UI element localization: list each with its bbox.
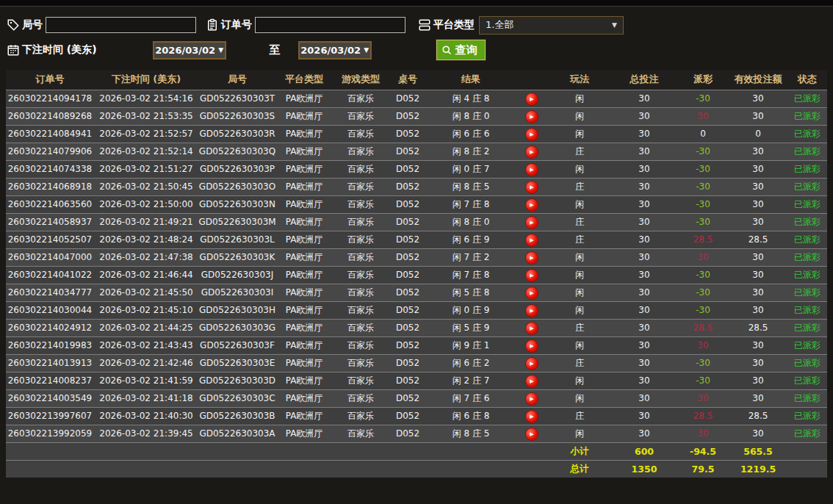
cell-table-no: D052 — [389, 160, 426, 178]
cell-table-no: D052 — [389, 125, 426, 143]
cell-valid-bet: 0 — [729, 125, 787, 143]
table-row: 2603022140470002026-03-02 21:47:38GD0522… — [6, 248, 827, 266]
table-row: 2603022140410222026-03-02 21:46:44GD0522… — [6, 266, 827, 284]
subtotal-row-empty-cell — [426, 442, 516, 460]
cell-payout: 30 — [677, 425, 729, 442]
cell-payout: 28.5 — [677, 231, 729, 248]
cell-total-bet: 30 — [611, 389, 677, 407]
cell-platform: PA欧洲厅 — [276, 195, 332, 213]
platform-type-select[interactable]: 1.全部 ▼ — [479, 16, 624, 35]
query-button[interactable]: 查询 — [436, 40, 486, 60]
cell-table-no: D052 — [389, 301, 426, 319]
cell-status: 已派彩 — [787, 354, 827, 372]
cell-total-bet: 30 — [611, 125, 677, 143]
replay-play-icon[interactable]: ▶ — [526, 375, 538, 387]
cell-platform: PA欧洲厅 — [276, 213, 332, 231]
replay-play-icon[interactable]: ▶ — [526, 340, 538, 352]
table-row: 2603022140525072026-03-02 21:48:24GD0522… — [6, 231, 827, 248]
cell-order-no: 260302214008237 — [6, 372, 94, 389]
cell-table-no: D052 — [389, 284, 426, 301]
subtotal-row-empty-cell — [94, 442, 198, 460]
replay-play-icon[interactable]: ▶ — [526, 181, 538, 193]
col-header-game-type: 游戏类型 — [332, 70, 389, 90]
replay-play-icon[interactable]: ▶ — [526, 270, 538, 281]
cell-play-type: 闲 — [548, 125, 611, 143]
cell-play-button: ▶ — [516, 248, 548, 266]
cell-bet-time: 2026-03-02 21:45:50 — [94, 284, 198, 301]
cell-payout: -30 — [677, 143, 729, 160]
total-row-payout: 79.5 — [677, 460, 729, 478]
replay-play-icon[interactable]: ▶ — [526, 234, 538, 246]
replay-play-icon[interactable]: ▶ — [526, 287, 538, 299]
replay-play-icon[interactable]: ▶ — [526, 428, 538, 440]
cell-game-no: GD0522630303T — [198, 90, 276, 107]
cell-game-no: GD0522630303P — [198, 160, 276, 178]
replay-play-icon[interactable]: ▶ — [526, 146, 538, 158]
cell-result: 闲 9 庄 1 — [426, 336, 516, 354]
cell-game-type: 百家乐 — [332, 231, 389, 248]
cell-game-type: 百家乐 — [332, 125, 389, 143]
cell-result: 闲 8 庄 2 — [426, 143, 516, 160]
replay-play-icon[interactable]: ▶ — [526, 111, 538, 123]
chevron-down-icon: ▼ — [218, 46, 223, 54]
date-from-picker[interactable]: 2026/03/02 ▼ — [153, 41, 226, 60]
cell-valid-bet: 28.5 — [729, 407, 787, 425]
cell-play-type: 闲 — [548, 336, 611, 354]
cell-play-button: ▶ — [516, 160, 548, 178]
filter-row-1: 局号 订单号 平台类型 1.全部 ▼ — [4, 12, 829, 37]
cell-play-type: 闲 — [548, 389, 611, 407]
cell-total-bet: 30 — [611, 248, 677, 266]
order-no-input[interactable] — [255, 17, 405, 33]
subtotal-row-empty-cell — [516, 442, 548, 460]
replay-play-icon[interactable]: ▶ — [526, 358, 538, 370]
total-row-empty-cell — [6, 460, 94, 478]
cell-total-bet: 30 — [611, 319, 677, 336]
replay-play-icon[interactable]: ▶ — [526, 393, 538, 405]
cell-play-type: 庄 — [548, 143, 611, 160]
cell-total-bet: 30 — [611, 90, 677, 107]
cell-game-no: GD0522630303E — [198, 354, 276, 372]
replay-play-icon[interactable]: ▶ — [526, 129, 538, 140]
cell-status: 已派彩 — [787, 372, 827, 389]
cell-game-type: 百家乐 — [332, 107, 389, 125]
cell-platform: PA欧洲厅 — [276, 407, 332, 425]
replay-play-icon[interactable]: ▶ — [526, 305, 538, 317]
cell-game-no: GD0522630303S — [198, 107, 276, 125]
replay-play-icon[interactable]: ▶ — [526, 199, 538, 211]
total-row-empty-cell — [276, 460, 332, 478]
query-button-label: 查询 — [455, 43, 477, 57]
cell-play-button: ▶ — [516, 372, 548, 389]
date-to-picker[interactable]: 2026/03/02 ▼ — [298, 41, 372, 60]
cell-table-no: D052 — [389, 213, 426, 231]
cell-platform: PA欧洲厅 — [276, 425, 332, 442]
table-header-row: 订单号下注时间 (美东)局号平台类型游戏类型桌号结果玩法总投注派彩有效投注额状态 — [6, 70, 827, 90]
cell-total-bet: 30 — [611, 195, 677, 213]
replay-play-icon[interactable]: ▶ — [526, 323, 538, 334]
cell-valid-bet: 30 — [729, 301, 787, 319]
table-row: 2603022140035492026-03-02 21:41:18GD0522… — [6, 389, 827, 407]
replay-play-icon[interactable]: ▶ — [526, 217, 538, 228]
subtotal-row-payout: -94.5 — [677, 442, 729, 460]
cell-status: 已派彩 — [787, 125, 827, 143]
cell-status: 已派彩 — [787, 407, 827, 425]
replay-play-icon[interactable]: ▶ — [526, 93, 538, 105]
replay-play-icon[interactable]: ▶ — [526, 411, 538, 422]
platform-type-label: 平台类型 — [433, 18, 475, 32]
cell-game-no: GD0522630303M — [198, 213, 276, 231]
cell-platform: PA欧洲厅 — [276, 231, 332, 248]
game-no-input[interactable] — [46, 17, 196, 33]
replay-play-icon[interactable]: ▶ — [526, 252, 538, 264]
cell-play-button: ▶ — [516, 143, 548, 160]
table-row: 2603022139920592026-03-02 21:39:45GD0522… — [6, 425, 827, 442]
replay-play-icon[interactable]: ▶ — [526, 164, 538, 176]
col-header-order-no: 订单号 — [6, 70, 94, 90]
cell-bet-time: 2026-03-02 21:53:35 — [94, 107, 198, 125]
cell-status: 已派彩 — [787, 248, 827, 266]
cell-order-no: 260302214024912 — [6, 319, 94, 336]
cell-table-no: D052 — [389, 90, 426, 107]
cell-play-type: 庄 — [548, 213, 611, 231]
cell-bet-time: 2026-03-02 21:50:45 — [94, 178, 198, 195]
cell-valid-bet: 30 — [729, 425, 787, 442]
cell-result: 闲 8 庄 0 — [426, 107, 516, 125]
table-row: 2603022140799062026-03-02 21:52:14GD0522… — [6, 143, 827, 160]
